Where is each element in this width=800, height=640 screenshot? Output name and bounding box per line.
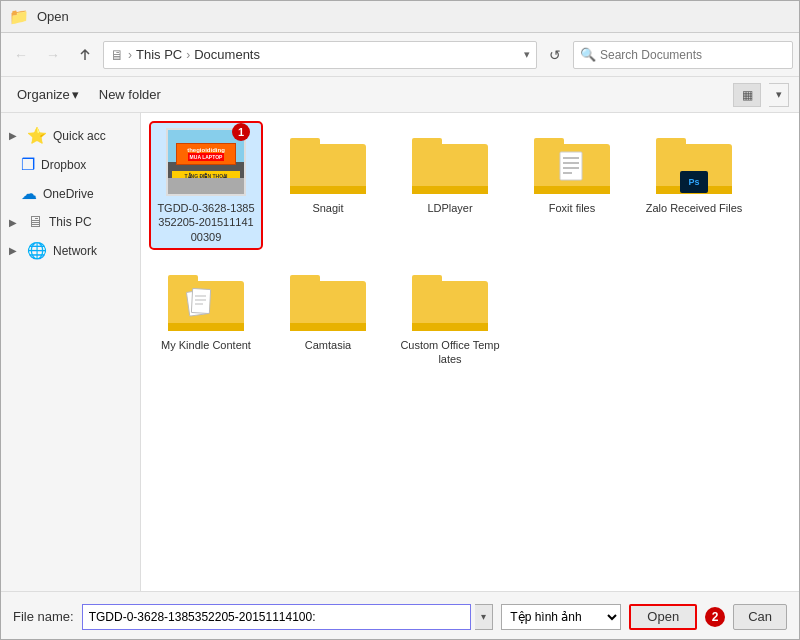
address-bar: 🖥 › This PC › Documents ▾ bbox=[103, 41, 537, 69]
pc-icon: 🖥 bbox=[27, 213, 43, 231]
expand-arrow-network: ▶ bbox=[9, 245, 21, 256]
snagit-folder-wrap bbox=[288, 127, 368, 197]
camtasia-folder-wrap bbox=[288, 264, 368, 334]
svg-rect-2 bbox=[290, 186, 366, 194]
title-bar: 📁 Open bbox=[1, 1, 799, 33]
onedrive-icon: ☁ bbox=[21, 184, 37, 203]
sidebar-label-onedrive: OneDrive bbox=[43, 187, 94, 201]
snagit-label: Snagit bbox=[312, 201, 343, 215]
sidebar-label-quick-access: Quick acc bbox=[53, 129, 106, 143]
svg-rect-4 bbox=[412, 138, 442, 148]
foxit-folder-icon bbox=[532, 128, 612, 196]
path-sep2: › bbox=[186, 48, 190, 62]
kindle-folder-icon bbox=[166, 265, 246, 333]
address-dropdown-btn[interactable]: ▾ bbox=[524, 48, 530, 61]
ldplayer-folder-wrap bbox=[410, 127, 490, 197]
file-item-camtasia[interactable]: Camtasia bbox=[273, 260, 383, 371]
refresh-button[interactable]: ↺ bbox=[541, 41, 569, 69]
path-sep1: › bbox=[128, 48, 132, 62]
snagit-folder-icon bbox=[288, 128, 368, 196]
svg-rect-27 bbox=[290, 323, 366, 331]
file-grid: thegioididingMUA LAPTOP TẶNG ĐIỆN THOẠI … bbox=[151, 123, 789, 370]
sidebar-item-this-pc[interactable]: ▶ 🖥 This PC bbox=[1, 208, 140, 236]
tgdd-label: TGDD-0-3628-1385352205-20151114100309 bbox=[156, 201, 256, 244]
zalo-folder-wrap: Ps bbox=[654, 127, 734, 197]
sidebar-item-onedrive[interactable]: ☁ OneDrive bbox=[1, 179, 140, 208]
search-icon: 🔍 bbox=[580, 47, 596, 62]
file-item-snagit[interactable]: Snagit bbox=[273, 123, 383, 248]
svg-rect-5 bbox=[412, 186, 488, 194]
tgdd-image-preview: thegioididingMUA LAPTOP TẶNG ĐIỆN THOẠI bbox=[168, 130, 244, 194]
title-bar-text: Open bbox=[37, 9, 69, 24]
svg-rect-8 bbox=[534, 186, 610, 194]
filename-dropdown[interactable]: ▾ bbox=[475, 604, 493, 630]
action-buttons: Open 2 bbox=[629, 604, 725, 630]
ldplayer-label: LDPlayer bbox=[427, 201, 472, 215]
up-button[interactable] bbox=[71, 41, 99, 69]
svg-rect-21 bbox=[191, 288, 210, 313]
file-area: thegioididingMUA LAPTOP TẶNG ĐIỆN THOẠI … bbox=[141, 113, 799, 591]
tgdd-road bbox=[168, 178, 244, 194]
forward-button[interactable]: → bbox=[39, 41, 67, 69]
svg-rect-18 bbox=[168, 275, 198, 285]
filename-label: File name: bbox=[13, 609, 74, 624]
star-icon: ⭐ bbox=[27, 126, 47, 145]
bottom-bar: File name: ▾ Tệp hình ảnh Open 2 Can bbox=[1, 591, 799, 640]
ldplayer-folder-icon bbox=[410, 128, 490, 196]
filetype-select[interactable]: Tệp hình ảnh bbox=[501, 604, 621, 630]
selection-badge-1: 1 bbox=[232, 123, 250, 141]
custom-office-folder-wrap bbox=[410, 264, 490, 334]
sidebar-item-dropbox[interactable]: ❐ Dropbox bbox=[1, 150, 140, 179]
file-item-custom-office[interactable]: Custom Office Templates bbox=[395, 260, 505, 371]
view-mode-dropdown[interactable]: ▾ bbox=[769, 83, 789, 107]
file-item-foxit[interactable]: Foxit files bbox=[517, 123, 627, 248]
svg-rect-7 bbox=[534, 138, 564, 148]
tgdd-thumbnail-wrap: thegioididingMUA LAPTOP TẶNG ĐIỆN THOẠI … bbox=[166, 127, 246, 197]
tgdd-sign: thegioididingMUA LAPTOP bbox=[176, 143, 237, 165]
network-icon: 🌐 bbox=[27, 241, 47, 260]
sidebar-label-network: Network bbox=[53, 244, 97, 258]
file-item-tgdd[interactable]: thegioididingMUA LAPTOP TẶNG ĐIỆN THOẠI … bbox=[151, 123, 261, 248]
new-folder-button[interactable]: New folder bbox=[93, 83, 167, 106]
file-item-zalo[interactable]: Ps Zalo Received Files bbox=[639, 123, 749, 248]
zalo-label: Zalo Received Files bbox=[646, 201, 743, 215]
path-documents: Documents bbox=[194, 47, 260, 62]
file-item-ldplayer[interactable]: LDPlayer bbox=[395, 123, 505, 248]
kindle-label: My Kindle Content bbox=[161, 338, 251, 352]
search-box: 🔍 bbox=[573, 41, 793, 69]
expand-arrow-this-pc: ▶ bbox=[9, 217, 21, 228]
dropbox-icon: ❐ bbox=[21, 155, 35, 174]
selection-badge-2: 2 bbox=[705, 607, 725, 627]
open-button[interactable]: Open bbox=[629, 604, 697, 630]
svg-rect-1 bbox=[290, 138, 320, 148]
svg-rect-30 bbox=[412, 323, 488, 331]
secondary-toolbar: Organize ▾ New folder ▦ ▾ bbox=[1, 77, 799, 113]
camtasia-label: Camtasia bbox=[305, 338, 351, 352]
custom-office-folder-icon bbox=[410, 265, 490, 333]
expand-arrow-quick-access: ▶ bbox=[9, 130, 21, 141]
back-button[interactable]: ← bbox=[7, 41, 35, 69]
custom-office-label: Custom Office Templates bbox=[400, 338, 500, 367]
title-bar-icon: 📁 bbox=[9, 7, 29, 26]
svg-rect-15 bbox=[656, 138, 686, 148]
view-mode-button[interactable]: ▦ bbox=[733, 83, 761, 107]
foxit-folder-wrap bbox=[532, 127, 612, 197]
sidebar-item-network[interactable]: ▶ 🌐 Network bbox=[1, 236, 140, 265]
main-area: ▶ ⭐ Quick acc ❐ Dropbox ☁ OneDrive ▶ 🖥 T… bbox=[1, 113, 799, 591]
svg-rect-29 bbox=[412, 275, 442, 285]
organize-button[interactable]: Organize ▾ bbox=[11, 83, 85, 106]
ps-badge: Ps bbox=[680, 171, 708, 193]
sidebar-item-quick-access[interactable]: ▶ ⭐ Quick acc bbox=[1, 121, 140, 150]
sidebar: ▶ ⭐ Quick acc ❐ Dropbox ☁ OneDrive ▶ 🖥 T… bbox=[1, 113, 141, 591]
sidebar-label-this-pc: This PC bbox=[49, 215, 92, 229]
cancel-button[interactable]: Can bbox=[733, 604, 787, 630]
svg-rect-9 bbox=[560, 152, 582, 180]
sidebar-label-dropbox: Dropbox bbox=[41, 158, 86, 172]
svg-rect-19 bbox=[168, 323, 244, 331]
path-icon: 🖥 bbox=[110, 47, 124, 63]
filename-input[interactable] bbox=[82, 604, 472, 630]
main-toolbar: ← → 🖥 › This PC › Documents ▾ ↺ 🔍 bbox=[1, 33, 799, 77]
search-input[interactable] bbox=[600, 48, 786, 62]
filename-input-wrap: ▾ bbox=[82, 604, 494, 630]
file-item-kindle[interactable]: My Kindle Content bbox=[151, 260, 261, 371]
